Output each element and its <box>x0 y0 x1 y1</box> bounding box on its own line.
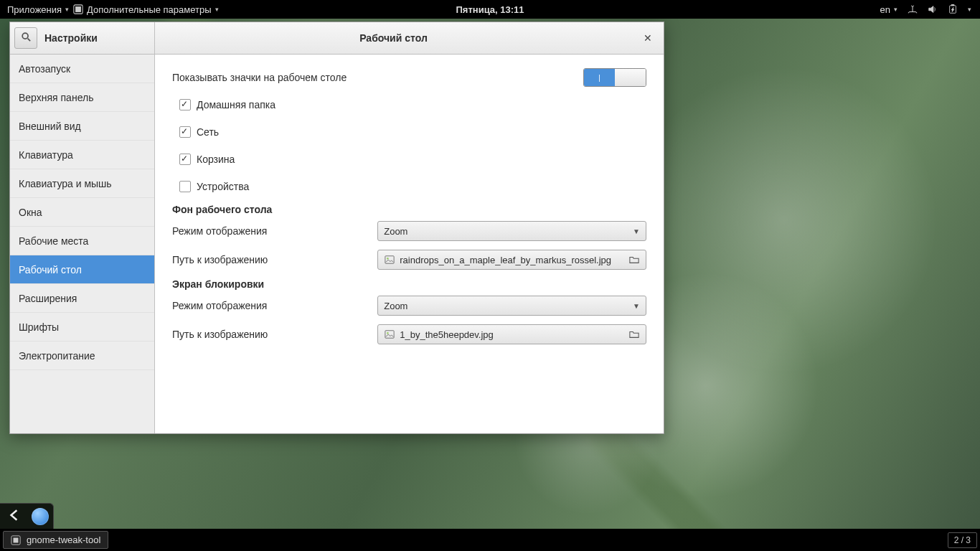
chevron-down-icon: ▼ <box>633 302 640 310</box>
sidebar-item-appearance[interactable]: Внешний вид <box>10 112 154 141</box>
sidebar-item-label: Шрифты <box>19 321 59 333</box>
app-menu-label: Дополнительные параметры <box>87 4 212 15</box>
svg-rect-1 <box>76 7 81 12</box>
sidebar-item-label: Верхняя панель <box>19 92 93 103</box>
home-label: Домашняя папка <box>197 99 275 110</box>
taskbar: gnome-tweak-tool 2 / 3 <box>0 529 980 551</box>
sidebar-item-autostart[interactable]: Автозапуск <box>10 55 154 83</box>
sidebar-item-desktop[interactable]: Рабочий стол <box>10 255 154 284</box>
folder-open-icon <box>628 254 640 265</box>
chevron-left-icon <box>8 509 21 524</box>
bg-mode-label: Режим отображения <box>172 225 377 237</box>
lock-path-label: Путь к изображению <box>172 329 377 340</box>
chevron-down-icon: ▾ <box>65 6 69 13</box>
lock-file-name: 1_by_the5heepdev.jpg <box>400 329 624 340</box>
bg-file-chooser[interactable]: raindrops_on_a_maple_leaf_by_markus_ross… <box>377 250 646 270</box>
svg-rect-6 <box>385 256 394 264</box>
input-source-indicator[interactable]: en ▾ <box>880 4 897 15</box>
app-menu[interactable]: Дополнительные параметры ▾ <box>73 4 219 15</box>
sidebar-item-workspaces[interactable]: Рабочие места <box>10 227 154 255</box>
trash-label: Корзина <box>197 154 235 165</box>
sidebar-item-keyboard-mouse[interactable]: Клавиатура и мышь <box>10 169 154 198</box>
search-icon <box>21 32 31 44</box>
sidebar-item-windows[interactable]: Окна <box>10 198 154 227</box>
tweak-tool-icon <box>73 4 83 14</box>
svg-line-5 <box>28 39 31 42</box>
sidebar-item-label: Рабочий стол <box>19 264 82 276</box>
titlebar: Настройки Рабочий стол ✕ <box>10 22 664 55</box>
sidebar-item-label: Внешний вид <box>19 121 81 132</box>
sidebar-item-fonts[interactable]: Шрифты <box>10 313 154 342</box>
titlebar-left: Настройки <box>10 22 155 54</box>
network-label: Сеть <box>197 126 219 138</box>
lock-file-chooser[interactable]: 1_by_the5heepdev.jpg <box>377 324 646 344</box>
sidebar: Автозапуск Верхняя панель Внешний вид Кл… <box>10 55 155 433</box>
taskbar-item-label: gnome-tweak-tool <box>27 534 100 545</box>
content-pane: Показывать значки на рабочем столе | Дом… <box>155 55 664 433</box>
svg-point-9 <box>387 332 389 334</box>
show-icons-label: Показывать значки на рабочем столе <box>172 72 583 83</box>
devices-label: Устройства <box>197 181 249 192</box>
chevron-down-icon: ▾ <box>894 6 897 13</box>
page-title: Рабочий стол <box>155 22 632 54</box>
sidebar-item-label: Электропитание <box>19 350 95 362</box>
close-button[interactable]: ✕ <box>639 29 656 47</box>
taskbar-item-gnome-tweak-tool[interactable]: gnome-tweak-tool <box>3 531 108 549</box>
sidebar-item-extensions[interactable]: Расширения <box>10 284 154 313</box>
applications-label: Приложения <box>7 4 62 15</box>
sidebar-item-label: Клавиатура и мышь <box>19 178 112 189</box>
network-checkbox[interactable] <box>179 126 191 138</box>
chevron-down-icon: ▾ <box>215 6 219 13</box>
sidebar-item-label: Расширения <box>19 293 77 304</box>
top-panel: Приложения ▾ Дополнительные параметры ▾ … <box>0 0 980 19</box>
sidebar-item-label: Окна <box>19 207 42 218</box>
battery-icon[interactable] <box>948 4 958 14</box>
lock-mode-label: Режим отображения <box>172 300 377 311</box>
bg-heading: Фон рабочего стола <box>172 204 646 215</box>
bottom-dock <box>0 503 54 529</box>
dock-chromium-icon[interactable] <box>32 508 49 525</box>
trash-checkbox[interactable] <box>179 154 191 165</box>
bg-mode-combo[interactable]: Zoom ▼ <box>377 221 646 241</box>
sidebar-item-power[interactable]: Электропитание <box>10 342 154 370</box>
chevron-down-icon: ▼ <box>633 227 640 235</box>
folder-open-icon <box>628 329 640 340</box>
sidebar-item-keyboard[interactable]: Клавиатура <box>10 141 154 169</box>
bg-mode-value: Zoom <box>384 226 633 237</box>
bg-file-name: raindrops_on_a_maple_leaf_by_markus_ross… <box>400 255 624 265</box>
volume-icon[interactable] <box>928 4 938 14</box>
close-icon: ✕ <box>644 32 652 44</box>
switch-on-side: | <box>584 69 615 86</box>
dock-back-button[interactable] <box>4 507 24 527</box>
lock-mode-combo[interactable]: Zoom ▼ <box>377 296 646 316</box>
workspace-text: 2 / 3 <box>954 535 971 545</box>
bg-path-label: Путь к изображению <box>172 254 377 265</box>
svg-point-4 <box>22 33 28 39</box>
app-title: Настройки <box>44 32 98 44</box>
image-icon <box>384 254 395 265</box>
lang-label: en <box>880 4 890 15</box>
svg-rect-8 <box>385 331 394 339</box>
home-checkbox[interactable] <box>179 99 191 110</box>
network-icon[interactable] <box>908 4 918 14</box>
sidebar-item-top-bar[interactable]: Верхняя панель <box>10 83 154 112</box>
image-icon <box>384 329 395 340</box>
svg-rect-11 <box>14 537 19 542</box>
settings-window: Настройки Рабочий стол ✕ Автозапуск Верх… <box>9 22 664 434</box>
show-icons-switch[interactable]: | <box>583 68 646 87</box>
search-button[interactable] <box>14 27 37 49</box>
applications-menu[interactable]: Приложения ▾ <box>7 4 69 15</box>
devices-checkbox[interactable] <box>179 181 191 192</box>
lock-heading: Экран блокировки <box>172 278 646 290</box>
chevron-down-icon[interactable]: ▾ <box>968 6 971 13</box>
sidebar-item-label: Автозапуск <box>19 63 70 75</box>
svg-rect-3 <box>951 4 954 6</box>
sidebar-item-label: Рабочие места <box>19 235 88 247</box>
svg-point-7 <box>387 258 389 260</box>
tweak-tool-icon <box>11 535 21 545</box>
clock-text: Пятница, 13:11 <box>456 4 524 15</box>
clock[interactable]: Пятница, 13:11 <box>456 4 524 15</box>
workspace-indicator[interactable]: 2 / 3 <box>948 532 977 548</box>
switch-off-side <box>615 69 646 86</box>
sidebar-item-label: Клавиатура <box>19 149 73 161</box>
